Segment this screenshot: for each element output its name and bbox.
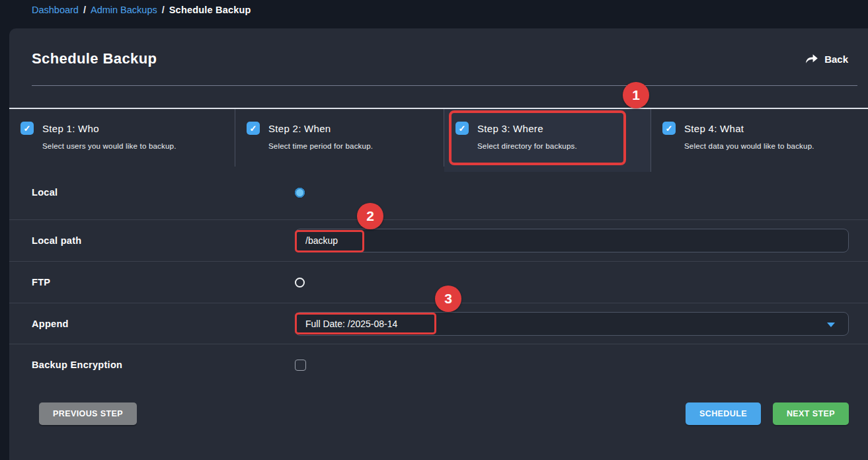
append-selected-value: Full Date: /2025-08-14 [305, 319, 397, 329]
step-checkbox-checked-icon[interactable]: ✓ [455, 122, 469, 135]
schedule-button[interactable]: SCHEDULE [686, 402, 761, 425]
step-subtitle: Select data you would like to backup. [684, 142, 868, 150]
local-label: Local [32, 187, 295, 198]
page-title: Schedule Backup [32, 50, 157, 67]
backup-encryption-label: Backup Encryption [32, 360, 295, 370]
back-label: Back [824, 54, 848, 65]
panel-header: Schedule Backup Back [9, 28, 868, 85]
local-path-row: Local path [9, 220, 868, 262]
backup-where-form: Local Local path FTP Append Full Date: /… [9, 165, 868, 385]
top-bar: Dashboard / Admin Backups / Schedule Bac… [0, 0, 868, 28]
back-arrow-icon [805, 54, 818, 64]
schedule-backup-panel: Schedule Backup Back ✓ Step 1: Who Selec… [9, 28, 868, 460]
ftp-radio-unselected[interactable] [295, 278, 305, 288]
tab-step-2-when[interactable]: ✓ Step 2: When Select time period for ba… [235, 109, 444, 167]
step-title: Step 1: Who [42, 123, 99, 134]
step-title: Step 4: What [684, 123, 744, 134]
step-checkbox-checked-icon[interactable]: ✓ [662, 122, 676, 135]
step-title: Step 3: Where [477, 123, 543, 134]
step-subtitle: Select directory for backups. [477, 142, 651, 150]
ftp-row: FTP [9, 262, 868, 303]
step-subtitle: Select time period for backup. [268, 142, 444, 150]
divider [32, 85, 857, 86]
local-row: Local [9, 165, 868, 220]
tab-step-4-what[interactable]: ✓ Step 4: What Select data you would lik… [651, 109, 868, 167]
step-checkbox-checked-icon[interactable]: ✓ [247, 122, 260, 135]
local-path-input[interactable] [295, 229, 849, 252]
chevron-down-icon [827, 323, 835, 327]
append-select[interactable]: Full Date: /2025-08-14 [295, 312, 849, 336]
step-checkbox-checked-icon[interactable]: ✓ [20, 122, 34, 135]
wizard-buttons: PREVIOUS STEP SCHEDULE NEXT STEP [9, 402, 868, 425]
local-radio-selected[interactable] [295, 188, 305, 198]
step-title: Step 2: When [268, 123, 331, 134]
append-label: Append [32, 319, 295, 329]
backup-encryption-row: Backup Encryption [9, 344, 868, 385]
previous-step-button[interactable]: PREVIOUS STEP [39, 402, 137, 425]
breadcrumb-separator: / [162, 5, 165, 15]
append-row: Append Full Date: /2025-08-14 [9, 303, 868, 344]
step-tabs: ✓ Step 1: Who Select users you would lik… [9, 108, 868, 165]
backup-encryption-checkbox[interactable] [295, 360, 306, 371]
step-subtitle: Select users you would like to backup. [42, 142, 235, 150]
breadcrumb-link-dashboard[interactable]: Dashboard [32, 5, 79, 15]
breadcrumb-separator: / [83, 5, 86, 15]
breadcrumb-link-admin-backups[interactable]: Admin Backups [91, 5, 157, 15]
back-button[interactable]: Back [805, 54, 848, 65]
local-path-label: Local path [32, 235, 295, 246]
breadcrumb-current: Schedule Backup [169, 5, 251, 15]
ftp-label: FTP [32, 277, 295, 288]
tab-step-3-where[interactable]: ✓ Step 3: Where Select directory for bac… [444, 109, 651, 172]
next-step-button[interactable]: NEXT STEP [773, 402, 849, 425]
tab-step-1-who[interactable]: ✓ Step 1: Who Select users you would lik… [9, 109, 235, 167]
breadcrumb: Dashboard / Admin Backups / Schedule Bac… [0, 0, 868, 15]
